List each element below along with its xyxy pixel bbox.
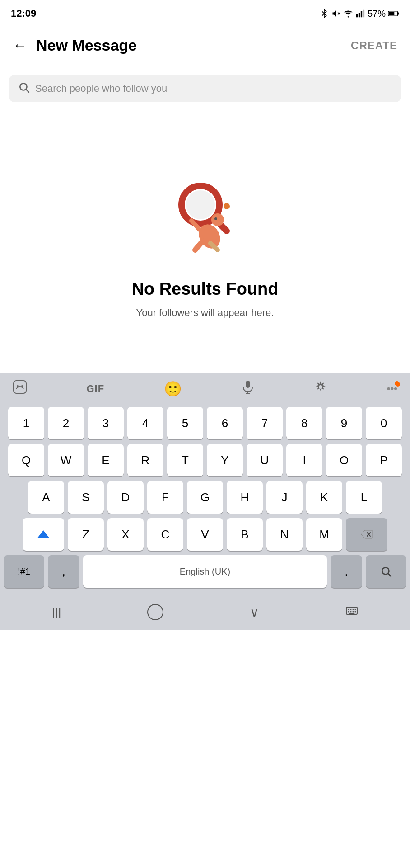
svg-point-29 [319, 385, 322, 389]
key-0[interactable]: 0 [366, 407, 402, 439]
search-input[interactable] [35, 83, 392, 94]
more-icon[interactable]: ••• [387, 383, 397, 395]
status-time: 12:09 [11, 8, 36, 19]
nav-back-icon[interactable]: ||| [52, 605, 61, 619]
keyboard-rows: 1 2 3 4 5 6 7 8 9 0 Q W E R T Y U I O P … [0, 404, 410, 594]
nav-keyboard-icon[interactable] [345, 604, 358, 620]
key-8[interactable]: 8 [286, 407, 322, 439]
key-j[interactable]: J [266, 481, 303, 514]
key-m[interactable]: M [306, 518, 342, 551]
key-4[interactable]: 4 [127, 407, 163, 439]
space-key[interactable]: English (UK) [83, 555, 327, 588]
special-key[interactable]: !#1 [4, 555, 44, 588]
key-v[interactable]: V [187, 518, 223, 551]
search-container [0, 66, 410, 111]
key-9[interactable]: 9 [326, 407, 362, 439]
shift-key[interactable] [23, 518, 64, 551]
key-a[interactable]: A [28, 481, 64, 514]
key-h[interactable]: H [227, 481, 263, 514]
status-icons: 57% [320, 9, 399, 19]
zxcv-row: Z X C V B N M [4, 518, 406, 551]
page-title: New Message [36, 37, 137, 54]
nav-home-icon[interactable] [147, 604, 163, 620]
search-bar [9, 75, 401, 102]
key-r[interactable]: R [127, 444, 163, 476]
svg-point-13 [186, 190, 215, 219]
key-f[interactable]: F [147, 481, 183, 514]
signal-icon [356, 9, 365, 18]
svg-rect-5 [361, 11, 362, 17]
nav-recent-icon[interactable]: ∨ [250, 605, 259, 620]
svg-rect-9 [389, 12, 394, 15]
svg-line-16 [195, 241, 203, 250]
settings-icon[interactable] [314, 380, 327, 397]
header-left: ← New Message [13, 37, 137, 54]
battery-icon [388, 10, 399, 17]
status-bar: 12:09 57% [0, 0, 410, 25]
sticker-icon[interactable] [13, 380, 27, 397]
header: ← New Message CREATE [0, 25, 410, 66]
key-c[interactable]: C [147, 518, 183, 551]
nav-bar: ||| ∨ [0, 594, 410, 630]
comma-key[interactable]: , [48, 555, 79, 588]
svg-point-23 [17, 385, 19, 387]
svg-point-20 [214, 217, 217, 220]
period-key[interactable]: . [331, 555, 362, 588]
no-results-subtitle: Your followers will appear here. [136, 307, 274, 319]
key-e[interactable]: E [88, 444, 124, 476]
key-z[interactable]: Z [68, 518, 104, 551]
number-row: 1 2 3 4 5 6 7 8 9 0 [4, 407, 406, 439]
svg-rect-25 [246, 381, 250, 388]
microphone-icon[interactable] [241, 380, 255, 397]
key-n[interactable]: N [266, 518, 303, 551]
mute-icon [331, 9, 340, 18]
keyboard-toolbar: GIF 🙂 ••• [0, 373, 410, 404]
search-key[interactable] [366, 555, 406, 588]
svg-rect-4 [359, 13, 360, 17]
gif-icon[interactable]: GIF [86, 383, 104, 395]
key-w[interactable]: W [48, 444, 84, 476]
key-l[interactable]: L [346, 481, 382, 514]
key-t[interactable]: T [167, 444, 203, 476]
back-button[interactable]: ← [13, 37, 27, 54]
svg-rect-3 [356, 14, 358, 18]
key-q[interactable]: Q [8, 444, 44, 476]
key-2[interactable]: 2 [48, 407, 84, 439]
key-3[interactable]: 3 [88, 407, 124, 439]
empty-state-illustration [160, 166, 250, 257]
key-d[interactable]: D [107, 481, 144, 514]
keyboard-area: GIF 🙂 ••• 1 2 3 4 5 6 7 8 9 0 [0, 373, 410, 630]
key-5[interactable]: 5 [167, 407, 203, 439]
backspace-key[interactable] [346, 518, 387, 551]
key-7[interactable]: 7 [247, 407, 283, 439]
key-s[interactable]: S [68, 481, 104, 514]
key-u[interactable]: U [247, 444, 283, 476]
svg-line-33 [388, 574, 391, 576]
key-g[interactable]: G [187, 481, 223, 514]
emoji-icon[interactable]: 🙂 [164, 380, 182, 397]
bluetooth-icon [320, 9, 329, 18]
key-1[interactable]: 1 [8, 407, 44, 439]
main-content: No Results Found Your followers will app… [0, 111, 410, 373]
battery-percent: 57% [368, 9, 386, 19]
key-i[interactable]: I [286, 444, 322, 476]
svg-point-21 [224, 203, 230, 209]
svg-point-19 [211, 213, 224, 226]
svg-point-24 [21, 385, 23, 387]
key-p[interactable]: P [366, 444, 402, 476]
create-button[interactable]: CREATE [351, 39, 397, 52]
key-b[interactable]: B [227, 518, 263, 551]
no-results-title: No Results Found [131, 279, 278, 299]
key-6[interactable]: 6 [207, 407, 243, 439]
qwerty-row: Q W E R T Y U I O P [4, 444, 406, 476]
wifi-icon [343, 9, 353, 19]
key-o[interactable]: O [326, 444, 362, 476]
svg-rect-6 [363, 10, 364, 18]
bottom-row: !#1 , English (UK) . [4, 555, 406, 588]
key-x[interactable]: X [107, 518, 144, 551]
asdf-row: A S D F G H J K L [4, 481, 406, 514]
search-icon [18, 81, 30, 96]
key-k[interactable]: K [306, 481, 342, 514]
svg-line-11 [26, 90, 29, 92]
key-y[interactable]: Y [207, 444, 243, 476]
